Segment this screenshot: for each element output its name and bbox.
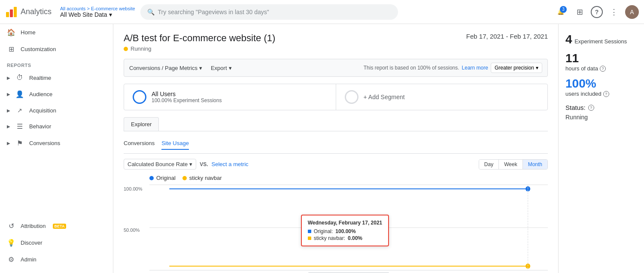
home-icon: 🏠 <box>7 28 15 36</box>
customization-icon: ⊞ <box>7 45 15 53</box>
sidebar-label-behavior: Behavior <box>29 123 51 130</box>
chevron-right-icon-behavior: ▶ <box>7 124 10 129</box>
sidebar-item-behavior[interactable]: ▶ ☰ Behavior <box>0 118 113 135</box>
segment-name: All Users <box>152 91 222 97</box>
toolbar: Conversions / Page Metrics ▾ Export ▾ Th… <box>124 59 548 77</box>
sidebar-item-home[interactable]: 🏠 Home <box>0 24 113 41</box>
chart-tooltip: Wednesday, February 17, 2021 Original: 1… <box>301 215 389 246</box>
users-label: users included <box>565 91 601 97</box>
notification-badge: 3 <box>560 6 567 13</box>
hours-label-block: hours of data ? <box>565 65 637 72</box>
segment-circle-active <box>133 90 146 104</box>
site-name[interactable]: All Web Site Data ▾ <box>60 11 135 18</box>
users-info-icon[interactable]: ? <box>603 91 609 97</box>
sidebar-item-conversions[interactable]: ▶ ⚑ Conversions <box>0 135 113 152</box>
tooltip-item-sticky: sticky navbar: 0.00% <box>308 235 383 241</box>
avatar[interactable]: A <box>625 5 639 19</box>
help-icon: ? <box>595 9 599 15</box>
legend-dot-original <box>149 176 154 180</box>
date-range: Feb 17, 2021 - Feb 17, 2021 <box>466 33 548 40</box>
learn-more-link[interactable]: Learn more <box>462 65 488 71</box>
topbar-right: 🔔 3 ⊞ ? ⋮ A <box>553 4 639 20</box>
precision-button[interactable]: Greater precision ▾ <box>491 63 542 73</box>
stat-users-included: 100% users included ? <box>565 77 637 97</box>
chart-canvas: Wednesday, February 17, 2021 Original: 1… <box>149 185 548 270</box>
admin-icon: ⚙ <box>7 255 15 264</box>
stat-hours-of-data: 11 hours of data ? <box>565 52 637 72</box>
sidebar-label-home: Home <box>21 29 36 36</box>
sidebar-item-acquisition[interactable]: ▶ ↗ Acquisition <box>0 103 113 118</box>
add-segment-info: + Add Segment <box>364 94 405 100</box>
sidebar-item-discover[interactable]: 💡 Discover <box>0 234 113 251</box>
segment-all-users[interactable]: All Users 100.00% Experiment Sessions <box>124 84 336 110</box>
status-dot <box>124 47 128 51</box>
vs-label: VS. <box>200 161 208 167</box>
time-btn-day[interactable]: Day <box>479 160 499 169</box>
status-info-icon[interactable]: ? <box>588 105 594 111</box>
discover-icon: 💡 <box>7 239 15 247</box>
metric1-dropdown[interactable]: Calculated Bounce Rate ▾ <box>124 159 196 170</box>
topbar: Analytics All accounts > E-commerce webs… <box>0 0 644 24</box>
layout: 🏠 Home ⊞ Customization REPORTS ▶ ⏱ Realt… <box>0 24 644 273</box>
sidebar-item-audience[interactable]: ▶ 👤 Audience <box>0 86 113 103</box>
experiment-sessions-label: Experiment Sessions <box>574 38 627 45</box>
metrics-arrow-icon: ▾ <box>199 65 202 71</box>
account-nav: All accounts > E-commerce website All We… <box>60 6 135 18</box>
precision-label: Greater precision <box>495 65 534 71</box>
breadcrumb: All accounts > E-commerce website <box>60 6 135 11</box>
explorer-tab-bar: Explorer <box>124 117 548 131</box>
page-title-section: A/B test for E-commerce website (1) Runn… <box>124 33 275 52</box>
segment-add[interactable]: + Add Segment <box>336 84 548 110</box>
grid-button[interactable]: ⊞ <box>572 4 587 20</box>
sidebar-label-audience: Audience <box>29 91 52 97</box>
select-metric-link[interactable]: Select a metric <box>212 161 249 167</box>
hours-label: hours of data <box>565 65 598 72</box>
export-dropdown[interactable]: Export ▾ <box>211 65 232 71</box>
tooltip-title: Wednesday, February 17, 2021 <box>308 220 383 226</box>
explorer-tab[interactable]: Explorer <box>124 117 159 131</box>
chevron-right-icon-acquisition: ▶ <box>7 108 10 113</box>
segment-info: All Users 100.00% Experiment Sessions <box>152 91 222 103</box>
tooltip-label-original: Original: <box>314 228 333 234</box>
svg-rect-1 <box>10 9 13 17</box>
report-info-text: This report is based on 100% of sessions… <box>364 65 459 71</box>
metrics-dropdown[interactable]: Conversions / Page Metrics ▾ <box>129 65 202 71</box>
sub-tab-site-usage[interactable]: Site Usage <box>161 140 189 150</box>
more-icon: ⋮ <box>610 7 618 17</box>
time-btn-week[interactable]: Week <box>499 160 522 169</box>
tooltip-color-sticky <box>308 237 311 240</box>
sidebar-item-customization[interactable]: ⊞ Customization <box>0 41 113 58</box>
hours-info-icon[interactable]: ? <box>600 66 606 72</box>
segments-bar: All Users 100.00% Experiment Sessions + … <box>124 84 548 110</box>
legend-sticky-navbar: sticky navbar <box>182 175 222 181</box>
legend-original: Original <box>149 175 176 181</box>
metric1-label: Calculated Bounce Rate <box>128 161 188 167</box>
help-button[interactable]: ? <box>591 6 603 18</box>
tooltip-item-original: Original: 100.00% <box>308 228 383 234</box>
status-label: Running <box>131 46 151 52</box>
sidebar-item-attribution[interactable]: ↺ Attribution BETA <box>0 218 113 234</box>
export-arrow-icon: ▾ <box>229 65 232 71</box>
users-percent: 100% <box>565 77 596 90</box>
segment-circle-empty <box>345 90 358 104</box>
sidebar-label-admin: Admin <box>21 256 36 263</box>
chart-controls: Calculated Bounce Rate ▾ VS. Select a me… <box>124 159 548 170</box>
page-header: A/B test for E-commerce website (1) Runn… <box>124 33 548 52</box>
sub-tab-conversions[interactable]: Conversions <box>124 140 155 150</box>
sidebar-item-realtime[interactable]: ▶ ⏱ Realtime <box>0 70 113 86</box>
realtime-icon: ⏱ <box>15 74 24 82</box>
notification-button[interactable]: 🔔 3 <box>553 4 568 20</box>
time-buttons: Day Week Month <box>479 159 548 170</box>
acquisition-icon: ↗ <box>15 107 24 114</box>
add-segment-label: + Add Segment <box>364 94 405 100</box>
more-button[interactable]: ⋮ <box>606 4 622 20</box>
sub-tabs: Conversions Site Usage <box>124 136 548 154</box>
search-bar[interactable]: 🔍 Try searching "Pageviews in last 30 da… <box>140 4 398 20</box>
chart-legend: Original sticky navbar <box>149 175 548 181</box>
chevron-right-icon: ▶ <box>7 76 10 80</box>
time-btn-month[interactable]: Month <box>523 160 547 169</box>
status-value: Running <box>565 114 637 121</box>
toolbar-left: Conversions / Page Metrics ▾ Export ▾ <box>129 65 232 71</box>
sidebar-item-admin[interactable]: ⚙ Admin <box>0 251 113 268</box>
segment-sub: 100.00% Experiment Sessions <box>152 97 222 103</box>
